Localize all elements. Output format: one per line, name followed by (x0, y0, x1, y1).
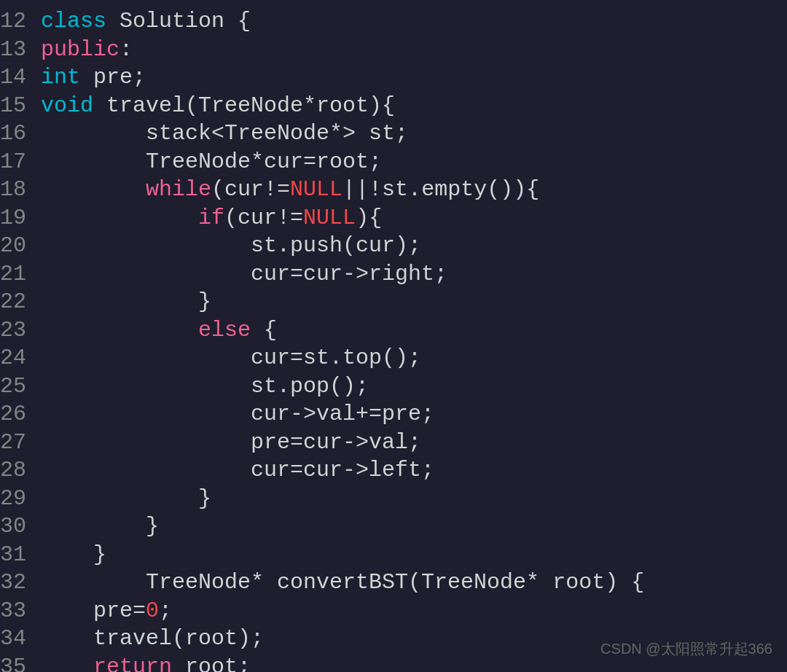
token: int (41, 65, 80, 90)
code-line: 26 cur->val+=pre; (0, 400, 787, 429)
code-line: 25 st.pop(); (0, 372, 787, 401)
token: ; (159, 598, 172, 623)
code-line: 30 } (0, 512, 787, 541)
line-number: 33 (0, 598, 41, 624)
line-number: 19 (0, 206, 41, 231)
token: cur=cur->right; (41, 262, 447, 286)
line-number: 22 (0, 289, 41, 315)
line-content: } (41, 542, 106, 568)
line-number: 12 (0, 9, 41, 34)
code-line: 23 else { (0, 316, 787, 345)
token: cur=st.top(); (41, 345, 421, 370)
line-content: public: (41, 37, 133, 63)
token: } (41, 289, 211, 314)
line-content: return root; (41, 655, 251, 673)
code-line: 33 pre=0; (0, 597, 787, 625)
line-content: class Solution { (41, 9, 251, 34)
code-line: 29 } (0, 485, 787, 513)
line-content: travel(root); (41, 626, 264, 652)
line-number: 31 (0, 542, 41, 568)
line-number: 35 (0, 655, 41, 673)
line-content: pre=0; (41, 598, 172, 624)
token: travel(TreeNode*root){ (93, 93, 395, 118)
token: TreeNode*cur=root; (41, 149, 382, 174)
token: } (41, 514, 159, 539)
token: cur->val+=pre; (41, 402, 434, 426)
token (41, 655, 93, 673)
code-line: 32 TreeNode* convertBST(TreeNode* root) … (0, 569, 787, 597)
code-line: 27 pre=cur->val; (0, 429, 787, 457)
token: cur=cur->left; (41, 458, 434, 482)
token: } (41, 486, 211, 511)
line-number: 29 (0, 486, 41, 512)
line-number: 20 (0, 233, 41, 259)
line-content: } (41, 514, 159, 539)
line-number: 15 (0, 93, 41, 119)
code-line: 16 stack<TreeNode*> st; (0, 120, 787, 148)
line-number: 26 (0, 402, 41, 427)
line-number: 30 (0, 514, 41, 539)
token: } (41, 542, 106, 567)
code-line: 22 } (0, 288, 787, 316)
line-content: if(cur!=NULL){ (41, 206, 382, 231)
code-line: 20 st.push(cur); (0, 232, 787, 260)
token (41, 206, 198, 230)
line-content: cur->val+=pre; (41, 402, 434, 427)
line-number: 32 (0, 570, 41, 595)
code-line: 31 } (0, 541, 787, 569)
token: travel(root); (41, 626, 264, 651)
line-content: st.pop(); (41, 374, 369, 399)
token: pre= (41, 598, 146, 623)
code-line: 13public: (0, 36, 787, 64)
token: pre; (80, 65, 146, 90)
line-content: cur=cur->right; (41, 262, 447, 287)
token: st.push(cur); (41, 233, 421, 258)
token: : (120, 37, 133, 62)
line-content: } (41, 289, 211, 315)
code-line: 28 cur=cur->left; (0, 456, 787, 485)
watermark: CSDN @太阳照常升起366 (600, 641, 772, 657)
token: (cur!= (211, 177, 290, 202)
token: root; (172, 655, 251, 673)
code-container: 12class Solution {13public:14int pre;15v… (0, 0, 787, 672)
code-line: 18 while(cur!=NULL||!st.empty()){ (0, 176, 787, 204)
token: class (41, 9, 120, 34)
line-number: 21 (0, 262, 41, 287)
line-number: 24 (0, 345, 41, 371)
token: ||!st.empty()){ (342, 177, 539, 202)
line-content: pre=cur->val; (41, 430, 421, 456)
line-number: 25 (0, 374, 41, 399)
code-line: 14int pre; (0, 63, 787, 92)
code-line: 19 if(cur!=NULL){ (0, 204, 787, 233)
token: 0 (146, 598, 159, 623)
token (41, 177, 146, 202)
line-number: 18 (0, 177, 41, 203)
line-content: cur=st.top(); (41, 345, 421, 371)
line-content: TreeNode* convertBST(TreeNode* root) { (41, 570, 644, 595)
token: TreeNode* convertBST(TreeNode* root) { (41, 570, 644, 595)
token: void (41, 93, 93, 118)
line-number: 27 (0, 430, 41, 456)
line-number: 14 (0, 65, 41, 90)
code-line: 12class Solution { (0, 7, 787, 36)
code-line: 21 cur=cur->right; (0, 260, 787, 289)
code-line: 15void travel(TreeNode*root){ (0, 92, 787, 120)
line-number: 17 (0, 149, 41, 175)
line-content: TreeNode*cur=root; (41, 149, 382, 175)
token: public (41, 37, 120, 62)
code-line: 17 TreeNode*cur=root; (0, 148, 787, 176)
token: (cur!= (224, 206, 303, 230)
line-content: void travel(TreeNode*root){ (41, 93, 395, 119)
line-number: 23 (0, 318, 41, 343)
token: if (198, 206, 224, 230)
line-content: stack<TreeNode*> st; (41, 121, 408, 146)
token: pre=cur->val; (41, 430, 421, 455)
token: stack<TreeNode*> st; (41, 121, 408, 146)
line-content: int pre; (41, 65, 146, 90)
line-content: while(cur!=NULL||!st.empty()){ (41, 177, 539, 203)
token: return (93, 655, 172, 673)
line-number: 16 (0, 121, 41, 146)
token: NULL (290, 177, 342, 202)
token: st.pop(); (41, 374, 369, 399)
token: while (146, 177, 211, 202)
